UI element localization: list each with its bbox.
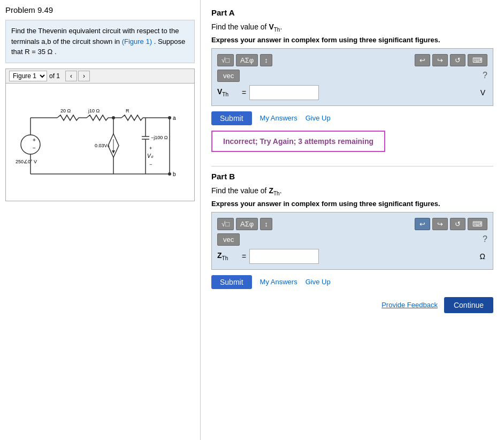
part-b-eq-sign: = xyxy=(242,252,246,261)
figure-of: of 1 xyxy=(49,72,60,80)
part-b-section: Part B Find the value of ZTh. Express yo… xyxy=(211,166,493,313)
svg-text:−: − xyxy=(33,145,36,151)
part-b-toolbar: √□ ΑΣφ ↕ ↩ ↪ ↺ ⌨ xyxy=(217,218,487,230)
part-a-title: Part A xyxy=(211,8,493,17)
part-a-help-icon[interactable]: ? xyxy=(483,71,487,80)
continue-button[interactable]: Continue xyxy=(444,297,493,313)
part-a-vec-btn[interactable]: vec xyxy=(217,70,240,82)
problem-description: Find the Thevenin equivalent circuit wit… xyxy=(5,20,195,63)
figure-container: 250∠0° V + − 20 Ω j10 Ω R xyxy=(5,84,195,201)
svg-text:a: a xyxy=(173,115,176,121)
part-b-redo-btn[interactable]: ↪ xyxy=(432,218,448,230)
svg-text:250∠0° V: 250∠0° V xyxy=(16,159,37,164)
part-b-give-up-link[interactable]: Give Up xyxy=(306,278,331,286)
part-b-refresh-btn[interactable]: ↺ xyxy=(450,218,465,230)
figure-navigator: Figure 1 of 1 ‹ › xyxy=(5,69,195,84)
part-b-sqrt-btn[interactable]: √□ xyxy=(217,218,234,230)
figure-select[interactable]: Figure 1 xyxy=(9,71,47,81)
part-b-express-text: Express your answer in complex form usin… xyxy=(211,200,493,208)
svg-text:−: − xyxy=(149,162,152,167)
figure-next-button[interactable]: › xyxy=(78,71,90,81)
part-b-keyboard-btn[interactable]: ⌨ xyxy=(468,218,487,230)
part-a-sqrt-btn[interactable]: √□ xyxy=(217,54,234,66)
svg-text:0.03V₀: 0.03V₀ xyxy=(95,143,110,148)
svg-text:R: R xyxy=(126,108,129,113)
part-b-vec-row: vec ? xyxy=(217,233,487,246)
part-b-submit-button[interactable]: Submit xyxy=(211,275,252,289)
part-b-equation: ZTh = Ω xyxy=(217,249,487,264)
part-b-answer-input[interactable] xyxy=(249,249,319,264)
part-b-my-answers-link[interactable]: My Answers xyxy=(260,278,297,286)
part-b-title: Part B xyxy=(211,172,493,181)
figure-prev-button[interactable]: ‹ xyxy=(65,71,77,81)
part-a-section: Part A Find the value of VTh. Express yo… xyxy=(211,8,493,161)
part-b-eq-label: ZTh xyxy=(217,251,239,261)
svg-text:b: b xyxy=(173,171,176,177)
part-b-unit: Ω xyxy=(480,252,487,261)
part-a-express-text: Express your answer in complex form usin… xyxy=(211,36,493,44)
part-b-help-icon[interactable]: ? xyxy=(483,234,487,244)
svg-text:j10 Ω: j10 Ω xyxy=(88,108,100,113)
problem-title: Problem 9.49 xyxy=(5,5,195,14)
part-a-toolbar: √□ ΑΣφ ↕ ↩ ↪ ↺ ⌨ xyxy=(217,54,487,66)
part-a-redo-btn[interactable]: ↪ xyxy=(432,54,448,66)
part-b-find-text: Find the value of ZTh. xyxy=(211,186,493,196)
part-b-arrow-btn[interactable]: ↕ xyxy=(260,218,272,230)
part-b-alpha-btn[interactable]: ΑΣφ xyxy=(236,218,258,230)
svg-text:+: + xyxy=(33,137,36,143)
footer-row: Provide Feedback Continue xyxy=(211,297,493,313)
svg-text:−j100 Ω: −j100 Ω xyxy=(151,135,168,140)
svg-text:+: + xyxy=(149,146,152,151)
part-a-my-answers-link[interactable]: My Answers xyxy=(260,114,297,122)
svg-text:20 Ω: 20 Ω xyxy=(60,108,71,113)
circuit-diagram: 250∠0° V + − 20 Ω j10 Ω R xyxy=(9,86,191,198)
part-b-vec-btn[interactable]: vec xyxy=(217,233,240,246)
part-a-keyboard-btn[interactable]: ⌨ xyxy=(468,54,487,66)
part-a-vec-row: vec ? xyxy=(217,70,487,82)
svg-point-0 xyxy=(21,135,40,154)
svg-text:V₀: V₀ xyxy=(147,153,154,159)
part-a-answer-input[interactable] xyxy=(249,85,319,100)
part-b-undo-btn[interactable]: ↩ xyxy=(415,218,430,230)
part-a-unit: V xyxy=(480,88,487,97)
part-a-equation: VTh = V xyxy=(217,85,487,100)
provide-feedback-link[interactable]: Provide Feedback xyxy=(381,301,438,309)
part-a-find-text: Find the value of VTh. xyxy=(211,22,493,33)
part-a-submit-button[interactable]: Submit xyxy=(211,111,252,125)
part-b-actions: Submit My Answers Give Up xyxy=(211,275,493,289)
part-a-refresh-btn[interactable]: ↺ xyxy=(450,54,465,66)
part-a-input-area: √□ ΑΣφ ↕ ↩ ↪ ↺ ⌨ vec ? VTh = xyxy=(211,48,493,106)
part-a-eq-sign: = xyxy=(242,88,246,97)
part-a-error-message: Incorrect; Try Again; 3 attempts remaini… xyxy=(211,131,385,152)
part-a-give-up-link[interactable]: Give Up xyxy=(306,114,331,122)
part-a-actions: Submit My Answers Give Up xyxy=(211,111,493,125)
part-b-input-area: √□ ΑΣφ ↕ ↩ ↪ ↺ ⌨ vec ? ZTh = xyxy=(211,212,493,270)
part-a-undo-btn[interactable]: ↩ xyxy=(415,54,430,66)
figure-link[interactable]: (Figure 1) xyxy=(122,37,152,45)
part-a-arrow-btn[interactable]: ↕ xyxy=(260,54,272,66)
part-a-alpha-btn[interactable]: ΑΣφ xyxy=(236,54,258,66)
part-a-eq-label: VTh xyxy=(217,87,239,97)
